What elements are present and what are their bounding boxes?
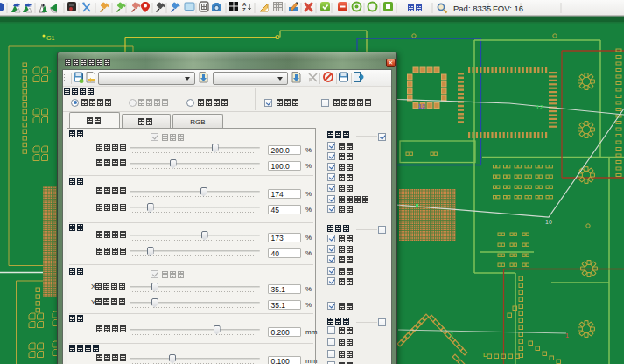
svg-text:G1: G1 xyxy=(46,35,54,41)
svg-text:13: 13 xyxy=(418,103,425,109)
svg-text:Z: Z xyxy=(242,7,246,12)
svg-text:10: 10 xyxy=(545,219,552,225)
svg-text:1: 1 xyxy=(565,332,569,339)
svg-text:12: 12 xyxy=(536,103,543,111)
svg-text:2: 2 xyxy=(450,332,453,338)
svg-text:D: D xyxy=(483,352,487,358)
